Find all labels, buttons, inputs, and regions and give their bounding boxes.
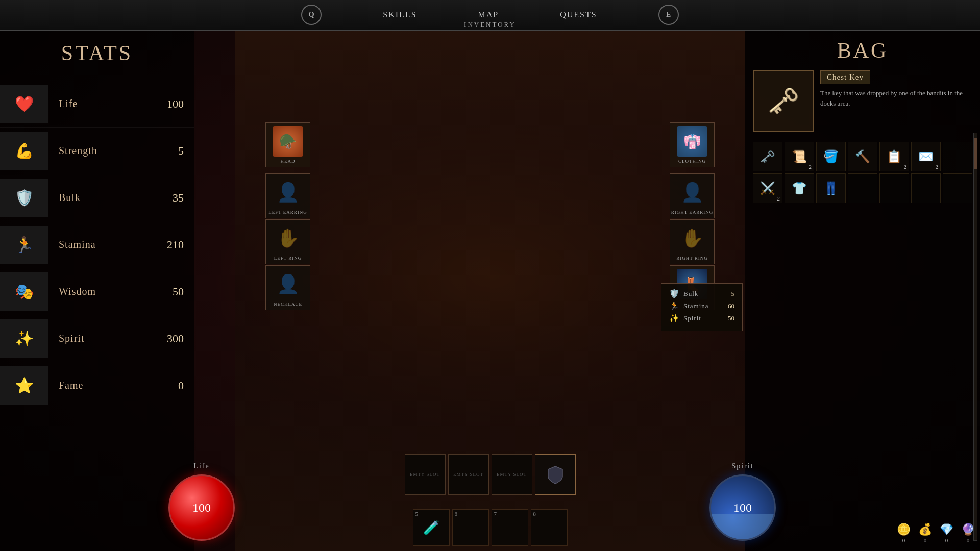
bag-item-icon-2: 🪣 bbox=[823, 149, 839, 164]
item-preview-image[interactable]: 🗝️ bbox=[753, 70, 814, 132]
crystals-value: 0 bbox=[967, 537, 970, 543]
stat-name-life: Life bbox=[59, 98, 153, 110]
action-slot-3[interactable]: EMTY SLOT bbox=[492, 454, 532, 495]
bag-cell-11[interactable] bbox=[879, 173, 909, 203]
e-button[interactable]: E bbox=[658, 5, 679, 25]
necklace-slot[interactable]: 👤 Necklace bbox=[265, 265, 310, 310]
bag-item-count-7: 2 bbox=[777, 195, 780, 202]
right-ring-label: Right Ring bbox=[676, 256, 708, 261]
inventory-title: INVENTORY bbox=[464, 20, 516, 29]
life-orb-area: Life 100 bbox=[168, 462, 235, 541]
bag-cell-13[interactable] bbox=[943, 173, 972, 203]
currency-gems: 💎 0 bbox=[940, 523, 953, 543]
bag-item-icon-4: 📋 bbox=[887, 149, 902, 164]
action-slot-2[interactable]: EMTY SLOT bbox=[448, 454, 489, 495]
life-label: Life bbox=[193, 462, 209, 470]
bulk-icon: 🛡️ bbox=[15, 189, 34, 207]
stat-value-strength: 5 bbox=[153, 144, 184, 158]
stat-row-life: ❤️ Life 100 bbox=[0, 81, 194, 128]
bag-cell-7[interactable]: ⚔️2 bbox=[753, 173, 782, 203]
head-slot[interactable]: 🪖 Head bbox=[265, 122, 310, 167]
head-slot-label: Head bbox=[281, 159, 296, 164]
tooltip-spirit-val: 50 bbox=[728, 314, 734, 322]
stat-row-bulk: 🛡️ Bulk 35 bbox=[0, 174, 194, 221]
bag-title: BAG bbox=[753, 38, 972, 63]
fame-icon: ⭐ bbox=[15, 377, 34, 394]
bag-cell-4[interactable]: 📋2 bbox=[879, 142, 909, 171]
bag-cell-5[interactable]: ✉️2 bbox=[911, 142, 941, 171]
stat-value-life: 100 bbox=[153, 97, 184, 111]
necklace-label: Necklace bbox=[274, 302, 302, 307]
stat-name-wisdom: Wisdom bbox=[59, 286, 153, 297]
tooltip-bulk-val: 5 bbox=[731, 290, 735, 298]
stat-row-strength: 💪 Strength 5 bbox=[0, 128, 194, 174]
left-earring-slot[interactable]: 👤 Left Earring bbox=[265, 173, 310, 218]
stat-row-wisdom: 🎭 Wisdom 50 bbox=[0, 268, 194, 315]
tooltip-bulk-name: Bulk bbox=[683, 290, 727, 298]
coins-icon: 🪙 bbox=[897, 523, 911, 536]
stat-name-bulk: Bulk bbox=[59, 192, 153, 204]
item-slot-6[interactable]: 6 bbox=[452, 509, 489, 546]
tooltip-spirit-name: Spirit bbox=[683, 314, 724, 322]
bag-cell-6[interactable] bbox=[943, 142, 972, 171]
stat-name-fame: Fame bbox=[59, 380, 153, 391]
currency-gold: 💰 0 bbox=[918, 523, 932, 543]
bag-cell-12[interactable] bbox=[911, 173, 941, 203]
bag-panel: BAG 🗝️ Chest Key The key that was droppe… bbox=[745, 31, 980, 551]
left-ring-label: Left Ring bbox=[274, 256, 302, 261]
stat-value-stamina: 210 bbox=[153, 238, 184, 252]
q-button[interactable]: Q bbox=[301, 5, 322, 25]
bag-cell-8[interactable]: 👕 bbox=[785, 173, 814, 203]
wisdom-icon: 🎭 bbox=[15, 283, 34, 300]
bag-scrollbar[interactable] bbox=[973, 133, 977, 541]
bag-item-count-5: 2 bbox=[936, 164, 939, 170]
bag-cell-0[interactable]: 🗝️ bbox=[753, 142, 782, 171]
map-nav[interactable]: MAP bbox=[478, 10, 499, 19]
item-slot-8[interactable]: 8 bbox=[531, 509, 568, 546]
stat-row-stamina: 🏃 Stamina 210 bbox=[0, 221, 194, 268]
bag-item-icon-0: 🗝️ bbox=[760, 149, 775, 164]
bag-cell-9[interactable]: 👖 bbox=[816, 173, 846, 203]
action-bar: EMTY SLOT EMTY SLOT EMTY SLOT bbox=[235, 454, 745, 495]
action-slot-1[interactable]: EMTY SLOT bbox=[405, 454, 446, 495]
right-earring-slot[interactable]: 👤 Right Earring bbox=[670, 173, 715, 218]
right-ring-slot[interactable]: ✋ Right Ring bbox=[670, 219, 715, 264]
stat-value-wisdom: 50 bbox=[153, 285, 184, 298]
bag-item-icon-3: 🔨 bbox=[855, 149, 870, 164]
bag-cell-2[interactable]: 🪣 bbox=[816, 142, 846, 171]
stats-title: STATS bbox=[0, 41, 194, 65]
quests-nav[interactable]: QUESTS bbox=[560, 10, 597, 19]
item-slot-5[interactable]: 5 🧪 bbox=[413, 509, 450, 546]
stats-panel: STATS ❤️ Life 100 💪 Strength 5 🛡️ Bulk 3… bbox=[0, 31, 194, 551]
left-ring-slot[interactable]: ✋ Left Ring bbox=[265, 219, 310, 264]
coins-value: 0 bbox=[902, 537, 905, 543]
bag-item-icon-8: 👕 bbox=[792, 181, 807, 195]
currency-crystals: 🔮 0 bbox=[961, 523, 975, 543]
life-orb: 100 bbox=[168, 474, 235, 541]
bag-cell-10[interactable] bbox=[848, 173, 877, 203]
tooltip-spirit-icon: ✨ bbox=[669, 313, 679, 323]
bag-item-icon-5: ✉️ bbox=[918, 149, 934, 164]
tooltip-stamina-name: Stamina bbox=[683, 302, 724, 310]
action-slot-shield[interactable] bbox=[535, 454, 576, 495]
clothing-slot[interactable]: 👘 Clothing bbox=[670, 122, 715, 167]
bag-item-icon-1: 📜 bbox=[792, 149, 807, 164]
item-name: Chest Key bbox=[820, 70, 870, 84]
stat-row-spirit: ✨ Spirit 300 bbox=[0, 315, 194, 362]
spirit-orb-area: Spirit 100 bbox=[709, 462, 776, 541]
bag-cell-3[interactable]: 🔨 bbox=[848, 142, 877, 171]
life-icon: ❤️ bbox=[15, 95, 34, 113]
item-slot-7[interactable]: 7 bbox=[492, 509, 528, 546]
bag-cell-1[interactable]: 📜2 bbox=[785, 142, 814, 171]
currency-bar: 🪙 0 💰 0 💎 0 🔮 0 bbox=[897, 523, 975, 543]
stat-value-spirit: 300 bbox=[153, 332, 184, 345]
spirit-label: Spirit bbox=[731, 462, 753, 470]
crystals-icon: 🔮 bbox=[961, 523, 975, 536]
bag-scrollbar-thumb[interactable] bbox=[974, 138, 977, 169]
skills-nav[interactable]: SKILLS bbox=[383, 10, 416, 19]
gems-icon: 💎 bbox=[940, 523, 953, 536]
stat-row-fame: ⭐ Fame 0 bbox=[0, 362, 194, 409]
item-description: The key that was dropped by one of the b… bbox=[820, 88, 972, 108]
stat-icon-box-spirit: ✨ bbox=[0, 319, 48, 358]
stat-icon-box-strength: 💪 bbox=[0, 132, 48, 170]
